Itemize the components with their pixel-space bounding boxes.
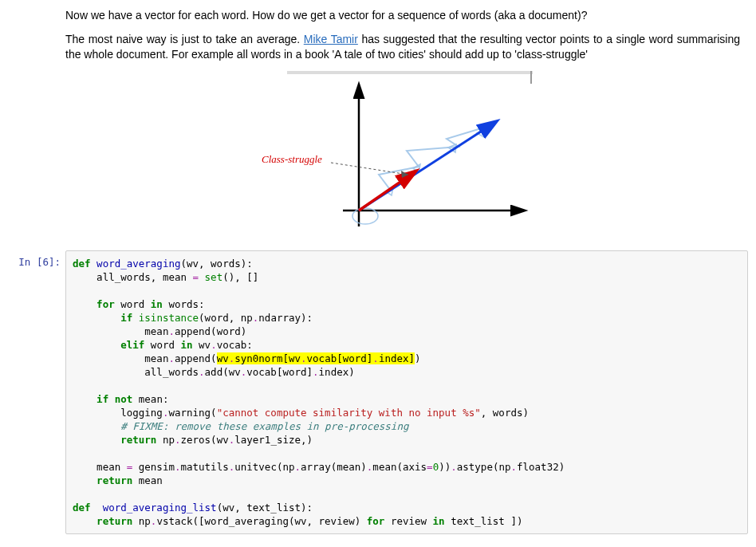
code-input-area[interactable]: def word_averaging(wv, words): all_words… [65, 250, 748, 534]
svg-rect-1 [287, 71, 533, 74]
markdown-paragraph-2: The most naive way is just to take an av… [65, 32, 740, 63]
markdown-cell: Now we have a vector for each word. How … [65, 8, 740, 242]
markdown-text: The most naive way is just to take an av… [65, 33, 304, 45]
code-prompt: In [6]: [8, 250, 65, 534]
markdown-paragraph-1: Now we have a vector for each word. How … [65, 8, 740, 24]
code-cell: In [6]: def word_averaging(wv, words): a… [8, 250, 748, 534]
notebook: Now we have a vector for each word. How … [0, 0, 756, 542]
figure-label: Class-struggle [262, 153, 322, 165]
mike-tamir-link[interactable]: Mike Tamir [304, 33, 358, 45]
vector-figure: Class-struggle [33, 71, 740, 243]
vector-diagram-svg: Class-struggle [239, 71, 534, 238]
